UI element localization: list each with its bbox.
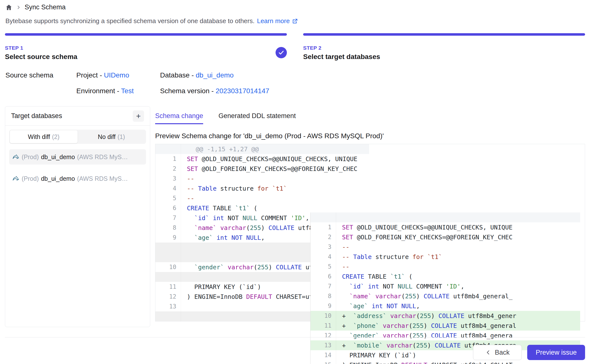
line-number [155,311,181,321]
line-number: 6 [155,203,181,213]
line-number: 8 [155,223,181,233]
add-database-button[interactable]: + [133,110,144,122]
line-number: 11 [311,321,336,321]
diff-row: 5-- [311,262,580,272]
home-icon[interactable] [5,4,12,11]
code-line: SET @OLD_UNIQUE_CHECKS=@@UNIQUE_CHECKS, … [181,155,369,163]
learn-more-link[interactable]: Learn more [257,17,298,25]
database-list: (Prod) db_ui_demo (AWS RDS MySQL Prod) (… [9,149,146,186]
db-environment: (Prod) [22,153,39,161]
step-1-completed-check-icon [276,47,287,58]
code-line: SET @OLD_FOREIGN_KEY_CHECKS=@@FOREIGN_KE… [181,165,369,172]
environment-link[interactable]: Test [121,87,134,95]
diff-row: 7 `id` int NOT NULL COMMENT 'ID', [311,281,580,291]
page-title: Sync Schema [25,3,66,11]
diff-row: 4-- Table structure for `t1` [155,183,369,193]
code-line: SET @OLD_FOREIGN_KEY_CHECKS=@@FOREIGN_KE… [336,234,580,241]
line-number: 11 [155,282,181,292]
line-number: 1 [155,154,181,164]
field-project: Project - UIDemo [76,71,160,80]
line-number: 3 [155,174,181,183]
database-list-item[interactable]: (Prod) db_ui_demo (AWS RDS MySQL Prod) [9,149,146,165]
preview-issue-button[interactable]: Preview issue [527,345,585,360]
code-line: CREATE TABLE `t1` ( [181,205,369,212]
line-number: 5 [155,193,181,203]
diff-row: 8 `name` varchar(255) COLLATE utf8mb4_ge… [311,291,580,301]
external-link-icon [292,18,298,24]
step-2-progress-bar [303,33,585,36]
tab-with-diff[interactable]: With diff (2) [10,130,78,143]
db-instance: (AWS RDS MySQL Prod) [77,153,131,161]
source-schema-label: Source schema [5,71,76,80]
diff-row: 9 `age` int NOT NULL, [311,301,580,311]
line-number: 8 [311,291,336,301]
database-list-item[interactable]: (Prod) db_ui_demo (AWS RDS MySQL Prod) [9,171,146,186]
code-line: -- [181,175,369,182]
mysql-icon [12,153,19,161]
tab-no-diff[interactable]: No diff (1) [78,130,145,143]
diff-pane-target[interactable]: 1SET @OLD_UNIQUE_CHECKS=@@UNIQUE_CHECKS,… [310,212,580,321]
diff-row: 3-- [155,174,369,183]
line-number [155,272,181,282]
db-environment: (Prod) [22,175,39,182]
diff-row [311,212,580,222]
chevron-left-icon [485,349,491,355]
diff-row: 11+ `phone` varchar(255) COLLATE utf8mb4… [311,321,580,321]
diff-row: 3-- [311,242,580,252]
diff-row: 5-- [155,193,369,203]
line-number: 4 [311,252,336,262]
step-2: STEP 2 Select target databases [303,33,585,61]
field-environment: Environment - Test [76,87,160,96]
with-diff-count: (2) [52,133,60,140]
diff-row: @@ -1,15 +1,27 @@ [155,144,369,154]
code-line: -- Table structure for `t1` [336,253,580,260]
line-number: 7 [311,281,336,291]
back-button[interactable]: Back [473,345,522,360]
step-1-label: STEP 1 [5,45,287,51]
line-number: 4 [155,183,181,193]
line-number: 10 [311,311,336,321]
step-1: STEP 1 Select source schema [5,33,287,61]
preview-area: Schema change Generated DDL statement Pr… [155,106,585,321]
line-number: 2 [155,164,181,174]
preview-title: Preview Schema change for 'db_ui_demo (P… [155,132,585,140]
line-number: 12 [155,292,181,302]
diff-row: 1SET @OLD_UNIQUE_CHECKS=@@UNIQUE_CHECKS,… [155,154,369,164]
line-number: 3 [311,242,336,252]
page-description: Bytebase supports synchronizing a specif… [5,17,298,25]
step-1-progress-bar [5,33,287,36]
field-database: Database - db_ui_demo [160,71,585,80]
line-number: 6 [311,272,336,281]
line-number: 7 [155,213,181,223]
diff-row: 6CREATE TABLE `t1` ( [155,203,369,213]
code-line: -- [336,243,580,251]
footer-actions: Back Preview issue [473,345,585,360]
description-text: Bytebase supports synchronizing a specif… [5,17,255,25]
line-number: 5 [311,262,336,272]
diff-filter-tabs: With diff (2) No diff (1) [9,130,146,144]
line-number: 9 [155,233,181,243]
diff-row: 10+ `address` varchar(255) COLLATE utf8m… [311,311,580,321]
line-number [155,252,181,262]
target-databases-title: Target databases [11,112,62,120]
tab-schema-change[interactable]: Schema change [155,112,203,124]
db-name: db_ui_demo [41,175,75,182]
field-schema-version: Schema version - 20230317014147 [160,87,585,96]
schema-version-link[interactable]: 20230317014147 [216,87,269,95]
line-number [155,243,181,252]
tab-generated-ddl[interactable]: Generated DDL statement [218,112,296,124]
diff-row: 2SET @OLD_FOREIGN_KEY_CHECKS=@@FOREIGN_K… [155,164,369,174]
mysql-icon [12,175,19,182]
plus-icon: + [136,112,141,120]
db-instance: (AWS RDS MySQL Prod) [77,175,131,182]
step-1-title: Select source schema [5,53,287,61]
step-2-title: Select target databases [303,53,585,61]
footer-divider [5,337,585,337]
project-link[interactable]: UIDemo [104,71,129,79]
diff-row: 1SET @OLD_UNIQUE_CHECKS=@@UNIQUE_CHECKS,… [311,222,580,232]
code-line: `age` int NOT NULL, [336,303,580,310]
code-line: `id` int NOT NULL COMMENT 'ID', [336,283,580,290]
database-link[interactable]: db_ui_demo [196,71,234,79]
diff-row: 4-- Table structure for `t1` [311,252,580,262]
line-number: 9 [311,301,336,311]
